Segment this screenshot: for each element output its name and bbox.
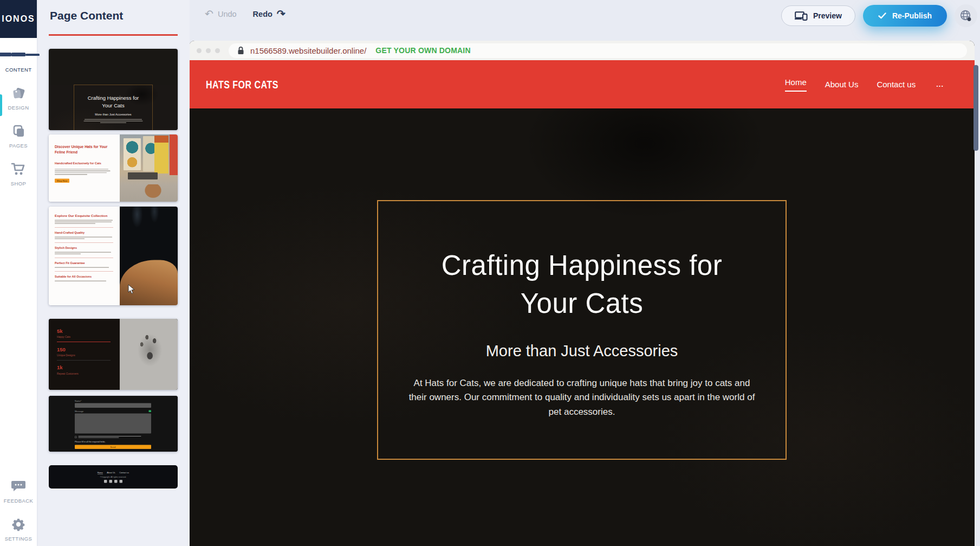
nav-more-button[interactable]: ... [936, 80, 944, 88]
nav-contact-us[interactable]: Contact us [877, 80, 916, 89]
cart-icon [10, 162, 27, 177]
preview-label: Preview [813, 11, 842, 20]
text-placeholder-lines [55, 237, 114, 239]
devices-icon [795, 11, 808, 21]
thumb-hero-box: Crafting Happiness for Your Cats More th… [74, 85, 153, 130]
undo-label: Undo [218, 10, 237, 18]
text-placeholder-lines [55, 281, 114, 281]
thumb-features-heading: Explore Our Exquisite Collection [55, 214, 114, 217]
section-thumbnail-hero[interactable]: Crafting Happiness for Your Cats More th… [49, 49, 178, 130]
thumb-shop-now-button: Shop Now [55, 178, 69, 183]
publish-controls: Preview Re-Publish [781, 4, 977, 27]
nav-about-us[interactable]: About Us [825, 80, 859, 89]
thumb-promo-heading: Discover Unique Hats for Your Feline Fri… [55, 144, 109, 155]
republish-button[interactable]: Re-Publish [863, 5, 947, 27]
text-placeholder-lines [55, 169, 114, 175]
status-icon [149, 410, 152, 413]
thumb-promo-text: Discover Unique Hats for Your Feline Fri… [49, 134, 120, 202]
pages-icon [11, 124, 26, 139]
address-pill[interactable]: n1566589.websitebuilder.online/ GET YOUR… [229, 43, 967, 58]
thumb-footer-copyright: ©Copyright. All rights reserved. [100, 476, 126, 478]
street-cat-photo-thumbnail [120, 134, 178, 202]
paw-print-photo-thumbnail [120, 319, 178, 390]
thumb-features-text: Explore Our Exquisite Collection Hand-Cr… [49, 207, 120, 305]
browser-url-bar: n1566589.websitebuilder.online/ GET YOUR… [189, 41, 975, 60]
stat-value: 150 [57, 346, 120, 352]
sidebar-item-label: CONTENT [5, 67, 32, 73]
nav-home[interactable]: Home [785, 78, 807, 92]
ionos-logo: IONOS [0, 0, 37, 38]
thumb-message-label: Message [75, 410, 83, 413]
thumb-hero-subtitle: More than Just Accessories [95, 113, 131, 116]
thumb-send-button: Send [75, 445, 151, 449]
hero-body-text: At Hats for Cats, we are dedicated to cr… [407, 376, 757, 420]
hero-section[interactable]: Crafting Happiness for Your Cats More th… [189, 108, 975, 546]
hero-subtitle: More than Just Accessories [486, 342, 678, 360]
website-builder-app: { "colors": { "accent_red": "#E23B31", "… [0, 0, 980, 546]
stat-label: Happy Cats [57, 336, 120, 339]
thumb-form-notice: Please fill in all the required fields. [75, 441, 151, 444]
globe-icon [959, 9, 973, 23]
undo-button[interactable]: ↶ Undo [205, 9, 237, 19]
text-placeholder-lines [84, 119, 143, 124]
redo-button[interactable]: Redo ↷ [253, 9, 285, 19]
thumb-feature-item: Stylish Designs [55, 246, 114, 249]
undo-icon: ↶ [205, 9, 213, 19]
section-thumbnail-footer[interactable]: Home About Us Contact us ©Copyright. All… [49, 465, 178, 489]
sidebar-item-design[interactable]: DESIGN [0, 86, 37, 111]
site-preview-canvas: n1566589.websitebuilder.online/ GET YOUR… [189, 41, 975, 546]
hero-text-box[interactable]: Crafting Happiness for Your Cats More th… [377, 200, 787, 460]
history-controls: ↶ Undo Redo ↷ [205, 9, 285, 19]
lock-icon [237, 46, 244, 55]
republish-label: Re-Publish [892, 11, 932, 20]
check-icon [878, 12, 886, 19]
thumb-feature-item: Suitable for All Occasions [55, 275, 114, 278]
stat-value: 5k [57, 328, 120, 334]
thumb-hero-title: Crafting Happiness for Your Cats [88, 94, 139, 110]
redo-icon: ↷ [277, 9, 285, 19]
panel-title: Page Content [50, 9, 123, 22]
panel-divider [49, 34, 178, 36]
section-thumbnail-contact-form[interactable]: Name* Message Please fill in all the req… [49, 396, 178, 452]
canvas-scrollbar-thumb[interactable] [973, 65, 978, 151]
preview-button[interactable]: Preview [781, 5, 855, 26]
cat-fur-photo-thumbnail [120, 207, 178, 305]
section-thumbnail-promo[interactable]: Discover Unique Hats for Your Feline Fri… [49, 134, 178, 202]
feedback-icon [10, 479, 27, 494]
sidebar-item-label: SHOP [11, 181, 27, 187]
thumb-message-textarea [75, 414, 151, 434]
text-placeholder-lines [55, 220, 114, 224]
app-sidebar: IONOS CONTENT DESIGN PAGES [0, 0, 37, 546]
thumb-stats-text: 5k Happy Cats 150 Unique Designs 1k Repe… [49, 319, 120, 390]
site-url: n1566589.websitebuilder.online/ [250, 46, 366, 55]
sidebar-item-content[interactable]: CONTENT [0, 48, 37, 73]
section-thumbnail-stats[interactable]: 5k Happy Cats 150 Unique Designs 1k Repe… [49, 319, 178, 390]
thumb-name-label: Name* [75, 400, 151, 402]
site-nav: Home About Us Contact us ... [785, 78, 944, 92]
design-icon [11, 86, 26, 101]
site-brand[interactable]: HATS FOR CATS [206, 78, 278, 91]
text-placeholder-lines [55, 252, 114, 254]
section-thumbnail-features[interactable]: Explore Our Exquisite Collection Hand-Cr… [49, 207, 178, 305]
hero-title: Crafting Happiness for Your Cats [442, 247, 722, 323]
sidebar-item-settings[interactable]: SETTINGS [0, 517, 37, 542]
thumb-name-input [75, 403, 151, 408]
stat-label: Unique Designs [57, 354, 120, 357]
page-content-panel: Page Content Crafting Happiness for Your… [37, 0, 190, 546]
thumb-feature-item: Perfect Fit Guarantee [55, 261, 114, 265]
gear-icon [11, 517, 26, 532]
get-domain-link[interactable]: GET YOUR OWN DOMAIN [375, 46, 470, 55]
sidebar-item-feedback[interactable]: FEEDBACK [0, 479, 37, 504]
window-dots-icon [197, 48, 220, 53]
language-globe-button[interactable] [955, 4, 977, 27]
thumb-social-icons [104, 480, 122, 483]
thumb-feature-item: Hand-Crafted Quality [55, 231, 114, 234]
content-icon [0, 48, 40, 63]
sidebar-item-label: PAGES [9, 143, 28, 149]
sidebar-item-label: FEEDBACK [4, 498, 33, 504]
sidebar-item-label: DESIGN [8, 105, 29, 111]
sidebar-item-label: SETTINGS [5, 536, 33, 542]
text-placeholder-lines [55, 267, 114, 268]
sidebar-item-pages[interactable]: PAGES [0, 124, 37, 149]
sidebar-item-shop[interactable]: SHOP [0, 162, 37, 187]
